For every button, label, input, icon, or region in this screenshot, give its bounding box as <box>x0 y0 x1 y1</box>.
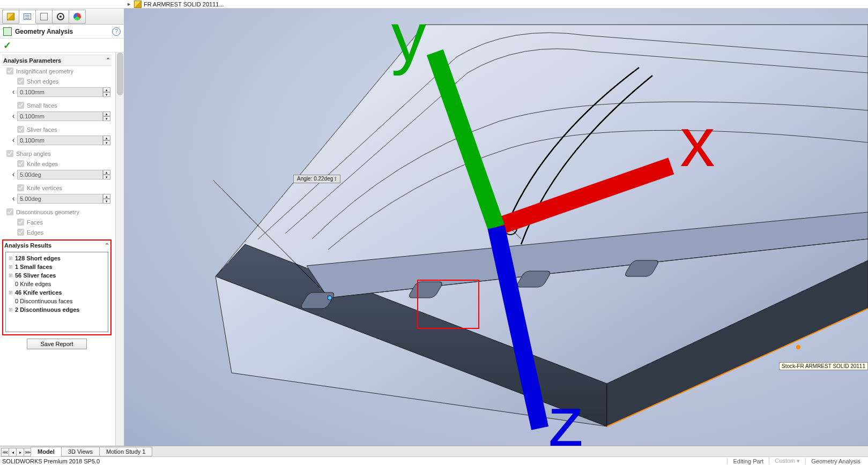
tab-model[interactable]: Model <box>31 447 62 456</box>
svg-line-9 <box>496 166 671 227</box>
knife-edges-field[interactable] <box>17 170 103 179</box>
back-icon[interactable]: ‹ <box>10 111 17 121</box>
input-short-edges-value: ‹ ▴▾ <box>2 86 112 100</box>
check-sharp-angles[interactable]: Sharp angles <box>2 148 112 159</box>
spinner[interactable]: ▴▾ <box>103 136 110 145</box>
svg-line-13 <box>496 227 540 428</box>
collapse-icon[interactable]: ⌃ <box>106 57 110 64</box>
check-discontinuous-geometry[interactable]: Discontinuous geometry <box>2 207 112 217</box>
tab-nav: ⋘ ◂ ▸ ⋙ <box>0 448 31 456</box>
expand-icon[interactable]: ⊞ <box>9 290 15 295</box>
spinner[interactable]: ▴▾ <box>103 170 110 179</box>
expand-icon[interactable]: ⊞ <box>9 273 15 278</box>
check-knife-edges[interactable]: Knife edges <box>2 159 112 169</box>
section-analysis-results[interactable]: Analysis Results ⌃ <box>3 241 110 251</box>
back-icon[interactable]: ‹ <box>10 194 17 204</box>
check-knife-vertices[interactable]: Knife vertices <box>2 183 112 193</box>
check-short-edges[interactable]: Short edges <box>2 76 112 86</box>
tab-3d-views[interactable]: 3D Views <box>61 447 100 456</box>
spinner[interactable]: ▴▾ <box>103 87 110 97</box>
properties-icon <box>24 13 31 20</box>
tab-property-manager[interactable] <box>19 10 36 24</box>
svg-line-11 <box>435 52 496 227</box>
tab-display-manager[interactable] <box>69 10 86 24</box>
result-item[interactable]: 0 Discontinuous faces <box>6 297 107 305</box>
input-knife-vertices-value: ‹ ▴▾ <box>2 193 112 207</box>
results-tree: ⊞128 Short edges ⊞1 Small faces ⊞56 Sliv… <box>5 252 108 332</box>
config-icon <box>40 13 48 20</box>
tab-feature-manager[interactable] <box>2 10 19 24</box>
document-title[interactable]: FR ARMREST SOLID 20111... <box>144 1 224 8</box>
spinner[interactable]: ▴▾ <box>103 111 110 121</box>
appearance-icon <box>73 13 81 20</box>
target-icon <box>57 13 64 20</box>
result-item[interactable]: ⊞1 Small faces <box>6 262 107 271</box>
input-knife-edges-value: ‹ ▴▾ <box>2 169 112 183</box>
result-item[interactable]: ⊞128 Short edges <box>6 254 107 262</box>
geometry-analysis-icon <box>3 27 12 36</box>
expand-icon[interactable]: ⊞ <box>9 256 15 261</box>
svg-text:z: z <box>548 382 583 446</box>
section-label: Analysis Parameters <box>3 57 61 64</box>
expand-icon[interactable]: ⊞ <box>9 264 15 269</box>
result-item[interactable]: 0 Knife edges <box>6 280 107 288</box>
analysis-results-highlight: Analysis Results ⌃ ⊞128 Short edges ⊞1 S… <box>2 239 112 335</box>
status-product: SOLIDWORKS Premium 2018 SP5.0 <box>2 458 100 464</box>
status-analysis: Geometry Analysis <box>805 458 866 464</box>
svg-text:y: y <box>391 9 427 76</box>
tab-motion-study[interactable]: Motion Study 1 <box>99 447 152 456</box>
svg-text:x: x <box>680 103 715 181</box>
scrollbar-thumb[interactable] <box>117 52 123 95</box>
small-faces-field[interactable] <box>17 111 103 121</box>
panel-scrollbar[interactable] <box>115 52 124 446</box>
panel-title: Geometry Analysis <box>15 28 73 35</box>
back-icon[interactable]: ‹ <box>10 87 17 97</box>
back-icon[interactable]: ‹ <box>10 136 17 145</box>
save-report-button[interactable]: Save Report <box>27 339 86 349</box>
breadcrumb-arrow-icon[interactable]: ▸ <box>128 1 131 8</box>
ok-button[interactable]: ✓ <box>3 40 11 51</box>
check-faces[interactable]: Faces <box>2 217 112 227</box>
tab-nav-first[interactable]: ⋘ <box>1 448 9 456</box>
knife-vertices-field[interactable] <box>17 194 103 204</box>
section-label: Analysis Results <box>4 242 51 249</box>
status-bar: SOLIDWORKS Premium 2018 SP5.0 Editing Pa… <box>0 456 868 465</box>
check-insignificant-geometry[interactable]: Insignificant geometry <box>2 66 112 76</box>
result-item[interactable]: ⊞2 Discontinuous edges <box>6 305 107 314</box>
input-sliver-faces-value: ‹ ▴▾ <box>2 134 112 148</box>
check-edges[interactable]: Edges <box>2 227 112 237</box>
section-analysis-parameters[interactable]: Analysis Parameters ⌃ <box>2 55 112 66</box>
tab-configuration-manager[interactable] <box>35 10 53 24</box>
part-cube-icon <box>7 13 14 20</box>
expand-icon[interactable]: ⊞ <box>9 307 15 312</box>
result-item[interactable]: ⊞46 Knife vertices <box>6 288 107 297</box>
save-report-row: Save Report <box>2 335 112 352</box>
tab-nav-next[interactable]: ▸ <box>16 448 24 456</box>
tab-nav-prev[interactable]: ◂ <box>9 448 17 456</box>
check-sliver-faces[interactable]: Sliver faces <box>2 124 112 134</box>
status-custom[interactable]: Custom ▾ <box>769 458 805 464</box>
result-item[interactable]: ⊞56 Sliver faces <box>6 271 107 280</box>
part-cube-icon <box>134 1 142 8</box>
bottom-tab-bar: ⋘ ◂ ▸ ⋙ Model 3D Views Motion Study 1 <box>0 446 868 456</box>
back-icon[interactable]: ‹ <box>10 170 17 179</box>
confirm-row: ✓ <box>0 39 124 52</box>
status-editing: Editing Part <box>727 458 769 464</box>
spinner[interactable]: ▴▾ <box>103 194 110 204</box>
help-button[interactable]: ? <box>112 27 121 36</box>
check-small-faces[interactable]: Small faces <box>2 100 112 110</box>
panel-tab-strip <box>0 9 124 25</box>
short-edges-field[interactable] <box>17 87 103 97</box>
tab-dimxpert[interactable] <box>52 10 69 24</box>
view-triad[interactable]: x y z <box>124 9 868 446</box>
graphics-viewport[interactable]: Angle: 0.22deg ⟟ Stock-FR ARMREST SOLID … <box>124 9 868 446</box>
sliver-faces-field[interactable] <box>17 136 103 145</box>
panel-header: Geometry Analysis ? <box>0 25 124 39</box>
document-breadcrumb-bar: ▸ FR ARMREST SOLID 20111... <box>0 0 868 9</box>
collapse-icon[interactable]: ⌃ <box>105 242 109 249</box>
panel-scroll-area: Analysis Parameters ⌃ Insignificant geom… <box>0 52 124 446</box>
input-small-faces-value: ‹ ▴▾ <box>2 110 112 124</box>
property-manager-panel: Geometry Analysis ? ✓ Analysis Parameter… <box>0 9 124 446</box>
